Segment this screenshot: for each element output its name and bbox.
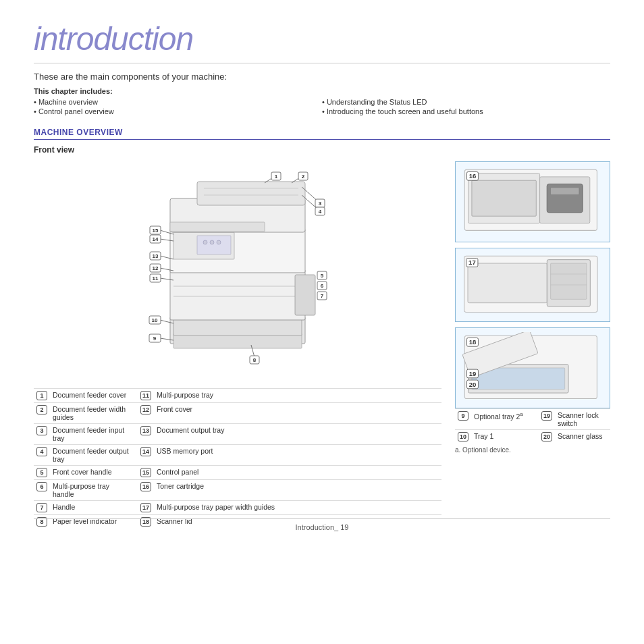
- svg-point-11: [210, 240, 214, 244]
- part-label-4: Document feeder output tray: [50, 445, 138, 466]
- table-row: 1 Document feeder cover 11 Multi-purpose…: [34, 389, 441, 403]
- right-parts-table: 9 Optional tray 2a 19 Scanner lock switc…: [455, 408, 610, 454]
- section-title: MACHINE OVERVIEW: [34, 128, 610, 140]
- printer-svg: 1 2 3 4: [130, 161, 346, 384]
- chapter-list: Machine overview Control panel overview …: [34, 98, 610, 117]
- chapter-list-col1: Machine overview Control panel overview: [34, 98, 322, 117]
- part-label-6: Multi-purpose tray handle: [50, 480, 138, 501]
- thumb-scanner: 18 19 20: [455, 327, 610, 408]
- svg-rect-17: [170, 222, 265, 232]
- table-row: 4 Document feeder output tray 14 USB mem…: [34, 445, 441, 466]
- subtitle: These are the main components of your ma…: [34, 72, 610, 82]
- part-num-17: 17: [140, 503, 151, 512]
- left-section: 1 2 3 4: [34, 161, 441, 529]
- thumb-toner: 16: [455, 161, 610, 242]
- list-item-1: Machine overview: [34, 98, 322, 106]
- table-row: 6 Multi-purpose tray handle 16 Toner car…: [34, 480, 441, 501]
- table-row: 2 Document feeder width guides 12 Front …: [34, 403, 441, 424]
- list-item-4: Introducing the touch screen and useful …: [322, 107, 610, 115]
- list-item-2: Control panel overview: [34, 107, 322, 115]
- part-num-6: 6: [36, 482, 47, 491]
- part-label-19: Scanner lock switch: [555, 409, 610, 430]
- svg-text:4: 4: [319, 209, 322, 215]
- svg-text:15: 15: [153, 227, 159, 234]
- part-num-11: 11: [140, 391, 151, 400]
- svg-text:12: 12: [153, 265, 159, 271]
- svg-rect-9: [197, 236, 231, 254]
- printer-diagram: 1 2 3 4: [130, 161, 346, 384]
- part-num-5: 5: [36, 468, 47, 477]
- part-label-2: Document feeder width guides: [50, 403, 138, 424]
- svg-rect-14: [197, 182, 305, 205]
- part-label-13: Document output tray: [154, 424, 441, 445]
- part-label-15: Control panel: [154, 466, 441, 480]
- part-label-7: Handle: [50, 501, 138, 515]
- part-label-12: Front cover: [154, 403, 441, 424]
- footnote: a. Optional device.: [455, 446, 610, 454]
- part-num-1: 1: [36, 391, 47, 400]
- subsection-title: Front view: [34, 145, 610, 155]
- part-label-20: Scanner glass: [555, 430, 610, 444]
- part-num-9: 9: [458, 411, 468, 421]
- parts-table: 1 Document feeder cover 11 Multi-purpose…: [34, 388, 441, 529]
- page-container: introduction These are the main componen…: [0, 0, 644, 542]
- svg-text:1: 1: [275, 173, 278, 180]
- part-num-2: 2: [36, 405, 47, 414]
- svg-point-12: [217, 240, 221, 244]
- part-num-19: 19: [541, 411, 552, 421]
- right-section: 16 17: [455, 161, 610, 529]
- svg-text:2: 2: [302, 173, 305, 180]
- part-label-1: Document feeder cover: [50, 389, 138, 403]
- svg-text:16: 16: [469, 172, 477, 180]
- chapter-list-col2: Understanding the Status LED Introducing…: [322, 98, 610, 117]
- table-row: 9 Optional tray 2a 19 Scanner lock switc…: [455, 409, 610, 430]
- svg-rect-69: [468, 263, 547, 303]
- svg-text:10: 10: [152, 317, 158, 323]
- svg-rect-62: [472, 180, 536, 216]
- part-num-16: 16: [140, 482, 151, 491]
- svg-text:20: 20: [469, 381, 477, 388]
- svg-text:14: 14: [153, 236, 159, 242]
- list-item-3: Understanding the Status LED: [322, 98, 610, 106]
- part-num-10: 10: [458, 432, 468, 441]
- svg-text:11: 11: [153, 275, 159, 281]
- part-num-15: 15: [140, 468, 151, 477]
- svg-rect-3: [170, 269, 305, 320]
- part-num-4: 4: [36, 447, 47, 456]
- svg-text:7: 7: [321, 293, 324, 299]
- page-title: introduction: [34, 20, 610, 57]
- svg-text:17: 17: [468, 259, 476, 266]
- chapter-includes-label: This chapter includes:: [34, 87, 610, 95]
- part-num-7: 7: [36, 503, 47, 512]
- svg-text:5: 5: [321, 273, 324, 279]
- part-label-11: Multi-purpose tray: [154, 389, 441, 403]
- svg-rect-65: [551, 188, 579, 195]
- table-row: 7 Handle 17 Multi-purpose tray paper wid…: [34, 501, 441, 515]
- svg-point-10: [203, 240, 207, 244]
- part-label-3: Document feeder input tray: [50, 424, 138, 445]
- part-num-20: 20: [541, 432, 552, 441]
- part-label-9: Optional tray 2a: [471, 409, 539, 430]
- svg-text:9: 9: [153, 336, 157, 342]
- svg-text:3: 3: [319, 200, 322, 207]
- svg-text:8: 8: [253, 357, 257, 363]
- part-num-13: 13: [140, 426, 151, 435]
- part-label-5: Front cover handle: [50, 466, 138, 480]
- part-label-14: USB memory port: [154, 445, 441, 466]
- table-row: 5 Front cover handle 15 Control panel: [34, 466, 441, 480]
- page-footer: Introduction_ 19: [34, 518, 610, 531]
- svg-text:18: 18: [469, 338, 477, 346]
- table-row: 3 Document feeder input tray 13 Document…: [34, 424, 441, 445]
- part-label-16: Toner cartridge: [154, 480, 441, 501]
- svg-text:13: 13: [153, 253, 159, 259]
- part-num-14: 14: [140, 447, 151, 456]
- content-area: 1 2 3 4: [34, 161, 610, 529]
- part-num-3: 3: [36, 426, 47, 435]
- svg-text:19: 19: [469, 370, 477, 377]
- table-row: 10 Tray 1 20 Scanner glass: [455, 430, 610, 444]
- thumb-mptray: 17: [455, 248, 610, 322]
- top-divider: [34, 63, 610, 63]
- part-label-17: Multi-purpose tray paper width guides: [154, 501, 441, 515]
- part-num-12: 12: [140, 405, 151, 414]
- part-label-10: Tray 1: [471, 430, 539, 444]
